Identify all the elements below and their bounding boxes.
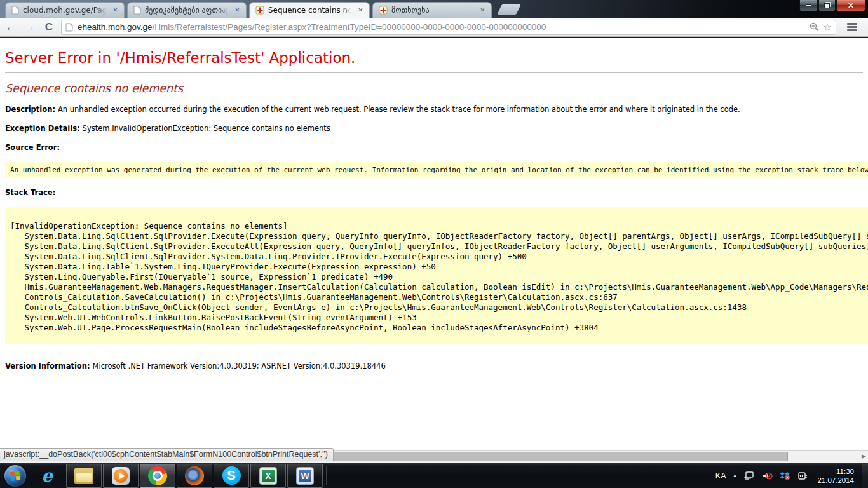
tab-title: მოთხოვნა [391,6,475,15]
error-page-title: Server Error in '/Hmis/ReferralsTest' Ap… [5,50,863,66]
language-indicator[interactable]: KA [715,471,726,480]
start-button[interactable] [2,464,29,488]
clock[interactable]: 11:30 21.07.2014 [817,467,854,485]
volume-muted-icon[interactable] [761,470,773,482]
internet-explorer-icon: e [41,466,52,485]
taskbar-item-internet-explorer[interactable]: e [29,464,65,488]
tab-close-icon[interactable]: ✕ [111,6,120,15]
minimize-icon [806,4,811,6]
description-text: An unhandled exception occurred during t… [58,105,740,114]
tab-cloud-moh[interactable]: cloud.moh.gov.ge/Pages/ ✕ [5,2,125,18]
exception-details-label: Exception Details: [5,124,83,133]
folder-icon [74,468,93,484]
close-button[interactable]: ✕ [836,0,865,11]
skype-icon: S [222,466,241,485]
tray-date: 21.07.2014 [817,477,854,484]
chrome-icon [148,466,167,485]
divider [5,351,863,351]
back-button[interactable]: ← [3,20,19,35]
zoom-out-icon[interactable] [810,22,819,32]
scroll-right-arrow-icon[interactable]: ▶ [862,453,866,459]
emblem-favicon [255,6,264,15]
divider [5,72,863,73]
restore-button[interactable] [818,0,836,11]
tab-medikamentebi[interactable]: მედიკამენტები აფთიაქე ✕ [127,2,247,18]
description-label: Description: [5,105,58,114]
windows-logo-icon [4,465,26,487]
forward-button[interactable]: → [22,20,38,35]
chrome-menu-button[interactable] [841,20,863,35]
source-error-box: An unhandled exception was generated dur… [5,162,868,178]
taskbar-item-excel[interactable]: X [250,464,286,488]
error-page-subtitle: Sequence contains no elements [5,82,863,95]
system-tray: KA ▲ 11:30 21.07.2014 [715,467,858,485]
restore-icon [824,3,830,8]
tab-title: cloud.moh.gov.ge/Pages/ [23,6,108,15]
new-tab-button[interactable] [497,4,520,15]
source-error-heading: Source Error: [5,143,863,152]
media-player-icon [112,467,130,485]
version-information-label: Version Information: [5,362,93,370]
tab-close-icon[interactable]: ✕ [478,6,487,15]
description-line: Description: An unhandled exception occu… [5,105,863,114]
exception-details-line: Exception Details: System.InvalidOperati… [5,124,863,133]
url-domain: ehealth.moh.gov.ge [78,22,153,32]
taskbar-item-word[interactable]: W [287,464,323,488]
page-icon [11,6,19,15]
tab-title: მედიკამენტები აფთიაქე [145,6,230,15]
taskbar-item-firefox[interactable] [177,464,212,488]
tab-sequence-error[interactable]: Sequence contains no elements ✕ [249,2,370,18]
status-link-preview: javascript:__doPostBack('ctl00$cphConten… [0,448,334,461]
address-bar[interactable]: ehealth.moh.gov.ge/Hmis/Referralstest/Pa… [61,20,836,35]
browser-toolbar: ← → C ehealth.moh.gov.ge/Hmis/Referralst… [0,18,868,37]
stack-trace-heading: Stack Trace: [5,188,863,197]
version-information-text: Microsoft .NET Framework Version:4.0.303… [93,362,386,370]
network-icon[interactable] [743,470,755,482]
taskbar-item-media-player[interactable] [103,464,139,488]
taskbar: e S X W KA ▲ 11:30 21.07.2014 [0,463,868,488]
emblem-favicon [379,6,388,15]
minimize-button[interactable] [799,0,818,11]
tray-time: 11:30 [836,468,854,475]
power-plug-icon[interactable] [797,470,808,482]
url-path: /Hmis/Referralstest/Pages/Register.aspx?… [153,22,546,32]
version-information-line: Version Information: Microsoft .NET Fram… [5,362,863,370]
dropbox-error-icon[interactable] [779,470,790,482]
stack-trace-text: [InvalidOperationException: Sequence con… [10,221,863,333]
tab-close-icon[interactable]: ✕ [233,6,242,15]
taskbar-item-windows-explorer[interactable] [66,464,102,488]
taskbar-item-chrome[interactable] [140,464,175,488]
excel-icon: X [259,467,277,485]
exception-details-text: System.InvalidOperationException: Sequen… [83,124,330,133]
firefox-icon [185,466,204,485]
tab-motkhovna[interactable]: მოთხოვნა ✕ [372,2,492,18]
taskbar-item-skype[interactable]: S [214,464,249,488]
browser-titlebar: cloud.moh.gov.ge/Pages/ ✕ მედიკამენტები … [0,0,868,18]
word-icon: W [296,467,314,485]
tab-title: Sequence contains no elements [268,6,353,15]
tab-close-icon[interactable]: ✕ [356,6,365,15]
page-icon [133,6,141,15]
show-desktop-button[interactable] [862,464,868,488]
page-content: Server Error in '/Hmis/ReferralsTest' Ap… [0,38,868,450]
bookmark-star-icon[interactable]: ☆ [823,23,832,32]
taskbar-divider [326,466,327,485]
page-icon [65,23,73,32]
reload-button[interactable]: C [41,20,57,35]
window-controls: ✕ [799,0,865,11]
stack-trace-box: [InvalidOperationException: Sequence con… [5,207,868,344]
close-icon: ✕ [848,1,854,10]
url-text[interactable]: ehealth.moh.gov.ge/Hmis/Referralstest/Pa… [78,22,806,32]
tray-expand-chevron-icon[interactable]: ▲ [733,473,738,478]
